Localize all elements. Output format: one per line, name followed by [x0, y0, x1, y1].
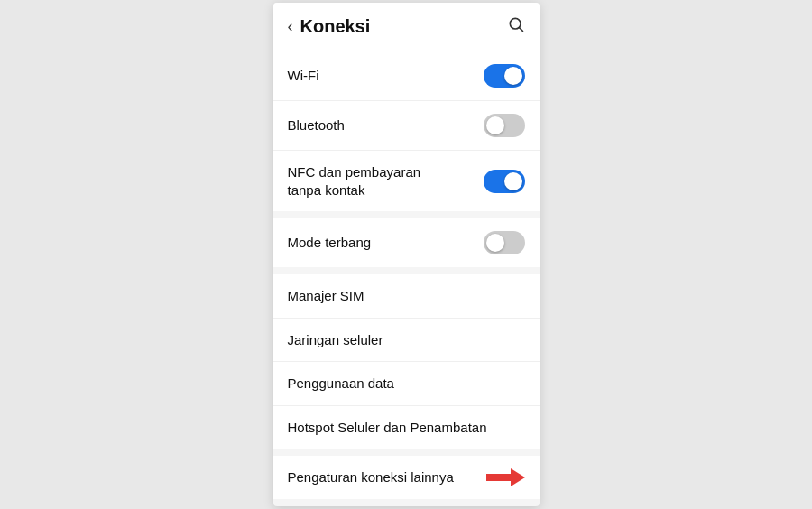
- mobile-network-row[interactable]: Jaringan seluler: [273, 319, 540, 363]
- airplane-row[interactable]: Mode terbang: [273, 218, 540, 267]
- svg-line-1: [519, 28, 522, 32]
- page-title: Koneksi: [300, 16, 371, 37]
- hotspot-row[interactable]: Hotspot Seluler dan Penambatan: [273, 406, 540, 449]
- hotspot-label: Hotspot Seluler dan Penambatan: [288, 419, 487, 437]
- nfc-label: NFC dan pembayaran tanpa kontak: [288, 163, 450, 199]
- sim-row[interactable]: Manajer SIM: [273, 274, 540, 319]
- more-connections-row[interactable]: Pengaturan koneksi lainnya: [273, 456, 540, 499]
- airplane-label: Mode terbang: [288, 234, 372, 252]
- section-more: Pengaturan koneksi lainnya: [273, 456, 540, 499]
- header: ‹ Koneksi: [273, 3, 540, 51]
- wifi-toggle-knob: [504, 67, 522, 85]
- bluetooth-toggle-knob: [486, 116, 504, 134]
- bluetooth-row[interactable]: Bluetooth: [273, 101, 540, 151]
- section-connectivity: Wi-Fi Bluetooth NFC dan pembayaran tanpa…: [273, 51, 540, 211]
- bluetooth-toggle[interactable]: [484, 114, 525, 137]
- wifi-row[interactable]: Wi-Fi: [273, 51, 540, 101]
- back-icon[interactable]: ‹: [288, 17, 293, 36]
- data-usage-row[interactable]: Penggunaan data: [273, 362, 540, 406]
- airplane-toggle-knob: [486, 234, 504, 252]
- airplane-toggle[interactable]: [484, 231, 525, 255]
- wifi-toggle[interactable]: [484, 64, 525, 88]
- nfc-toggle[interactable]: [484, 170, 525, 193]
- red-arrow-icon: [486, 468, 525, 486]
- section-airplane: Mode terbang: [273, 218, 540, 267]
- svg-point-0: [510, 18, 521, 29]
- nfc-row[interactable]: NFC dan pembayaran tanpa kontak: [273, 151, 540, 211]
- mobile-network-label: Jaringan seluler: [288, 331, 383, 349]
- wifi-label: Wi-Fi: [288, 67, 319, 85]
- settings-panel: ‹ Koneksi Wi-Fi Bluetooth NFC dan pembay…: [273, 3, 540, 506]
- header-left: ‹ Koneksi: [288, 16, 371, 37]
- section-network: Manajer SIM Jaringan seluler Penggunaan …: [273, 274, 540, 449]
- data-usage-label: Penggunaan data: [288, 375, 394, 393]
- sim-label: Manajer SIM: [288, 287, 364, 305]
- nfc-toggle-knob: [504, 172, 522, 190]
- bluetooth-label: Bluetooth: [288, 116, 345, 134]
- search-icon[interactable]: [507, 15, 525, 38]
- more-connections-label: Pengaturan koneksi lainnya: [288, 468, 454, 486]
